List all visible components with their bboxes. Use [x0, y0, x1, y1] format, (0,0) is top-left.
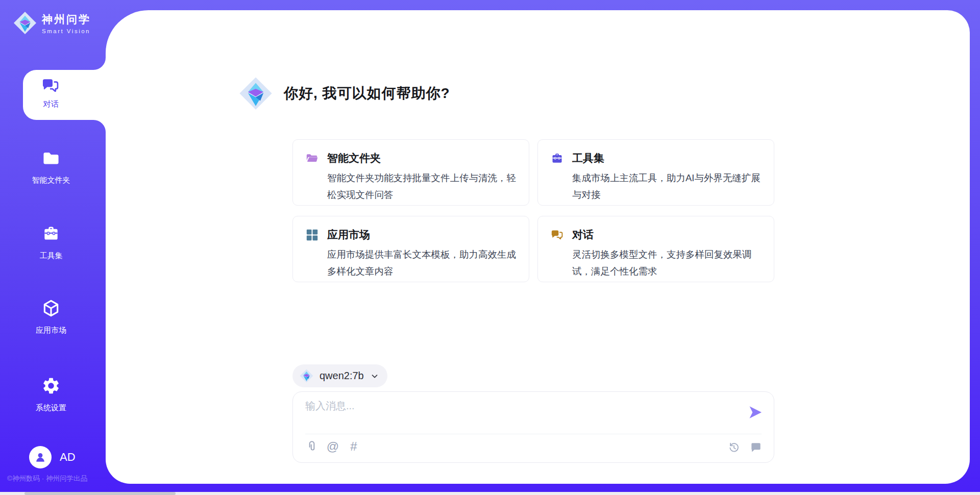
toolbox-icon — [41, 224, 61, 243]
brand-text: 神州问学 Smart Vision — [42, 12, 91, 34]
brand-tagline: Smart Vision — [42, 28, 91, 34]
sidebar-item-chat[interactable]: 对话 — [23, 70, 106, 120]
card-desc: 智能文件夹功能支持批量文件上传与清洗，轻松实现文件问答 — [327, 169, 517, 203]
grid-icon — [305, 228, 319, 242]
history-button[interactable] — [727, 441, 741, 454]
sidebar-item-settings[interactable]: 系统设置 — [0, 376, 102, 413]
sidebar-item-label: 智能文件夹 — [0, 176, 102, 185]
horizontal-scrollbar[interactable] — [0, 492, 980, 495]
card-toolset[interactable]: 工具集 集成市场上主流工具，助力AI与外界无缝扩展与对接 — [537, 139, 774, 206]
sidebar-item-label: 应用市场 — [0, 326, 102, 335]
chat-bubbles-icon — [41, 76, 60, 95]
chevron-down-icon — [370, 372, 379, 381]
open-folder-icon — [305, 152, 319, 165]
topic-button[interactable]: # — [347, 440, 360, 453]
card-desc: 应用市场提供丰富长文本模板，助力高效生成多样化文章内容 — [327, 246, 517, 280]
user-profile[interactable]: AD — [29, 446, 76, 468]
sidebar-item-label: 系统设置 — [0, 403, 102, 413]
card-title: 智能文件夹 — [327, 151, 517, 165]
brand: 神州问学 Smart Vision — [13, 11, 91, 35]
chat-bubbles-icon — [550, 228, 564, 242]
message-input[interactable] — [305, 399, 739, 431]
toolbox-icon — [550, 152, 564, 165]
cube-icon — [41, 299, 61, 318]
sidebar-item-app-market[interactable]: 应用市场 — [0, 299, 102, 335]
card-body: 工具集 集成市场上主流工具，助力AI与外界无缝扩展与对接 — [572, 151, 762, 203]
app-window: 神州问学 Smart Vision 对话 智能文件夹 — [0, 0, 980, 495]
card-title: 应用市场 — [327, 228, 517, 242]
model-logo-icon — [300, 369, 313, 383]
model-name: qwen2:7b — [320, 370, 364, 382]
sidebar-item-smart-folder[interactable]: 智能文件夹 — [0, 148, 102, 185]
sidebar-item-label: 对话 — [23, 99, 79, 110]
card-desc: 集成市场上主流工具，助力AI与外界无缝扩展与对接 — [572, 169, 762, 203]
gear-icon — [41, 376, 61, 395]
tab-fillet-top — [93, 58, 106, 70]
card-desc: 灵活切换多模型文件，支持多样回复效果调试，满足个性化需求 — [572, 246, 762, 280]
card-title: 对话 — [572, 228, 762, 242]
folder-icon — [41, 148, 61, 168]
card-smart-folder[interactable]: 智能文件夹 智能文件夹功能支持批量文件上传与清洗，轻松实现文件问答 — [292, 139, 529, 206]
model-selector[interactable]: qwen2:7b — [292, 364, 387, 387]
scrollbar-thumb[interactable] — [24, 492, 176, 495]
mention-button[interactable]: @ — [326, 440, 339, 453]
card-body: 智能文件夹 智能文件夹功能支持批量文件上传与清洗，轻松实现文件问答 — [327, 151, 517, 203]
feature-cards: 智能文件夹 智能文件夹功能支持批量文件上传与清洗，轻松实现文件问答 工具集 集成… — [292, 139, 774, 282]
paper-plane-icon — [747, 404, 764, 420]
tab-fillet-bottom — [93, 120, 106, 132]
paperclip-icon — [305, 440, 318, 453]
main-panel: 你好, 我可以如何帮助你? 智能文件夹 智能文件夹功能支持批量文件上传与清洗，轻… — [106, 10, 970, 484]
card-body: 对话 灵活切换多模型文件，支持多样回复效果调试，满足个性化需求 — [572, 228, 762, 280]
message-composer: @ # — [292, 391, 774, 463]
sidebar-item-toolset[interactable]: 工具集 — [0, 224, 102, 261]
greeting-text: 你好, 我可以如何帮助你? — [284, 84, 450, 103]
chat-bubble-icon — [749, 441, 763, 454]
sidebar-item-label: 工具集 — [0, 251, 102, 261]
card-chat[interactable]: 对话 灵活切换多模型文件，支持多样回复效果调试，满足个性化需求 — [537, 216, 774, 282]
assistant-logo-icon — [239, 77, 273, 110]
footer-credit: ©神州数码 · 神州问学出品 — [7, 474, 87, 483]
sidebar: 神州问学 Smart Vision 对话 智能文件夹 — [0, 0, 106, 495]
avatar — [29, 446, 52, 468]
greeting: 你好, 我可以如何帮助你? — [239, 77, 450, 110]
card-title: 工具集 — [572, 151, 762, 165]
new-chat-button[interactable] — [749, 441, 763, 454]
send-button[interactable] — [747, 404, 764, 420]
attach-file-button[interactable] — [305, 440, 318, 453]
composer-tools-left: @ # — [305, 440, 360, 453]
history-clock-icon — [727, 441, 741, 454]
brand-logo-icon — [13, 11, 37, 35]
user-name: AD — [60, 451, 76, 464]
composer-tools-right — [727, 441, 763, 454]
card-body: 应用市场 应用市场提供丰富长文本模板，助力高效生成多样化文章内容 — [327, 228, 517, 280]
card-app-market[interactable]: 应用市场 应用市场提供丰富长文本模板，助力高效生成多样化文章内容 — [292, 216, 529, 282]
brand-name: 神州问学 — [42, 12, 91, 27]
person-icon — [34, 451, 47, 464]
composer-divider — [305, 434, 762, 434]
